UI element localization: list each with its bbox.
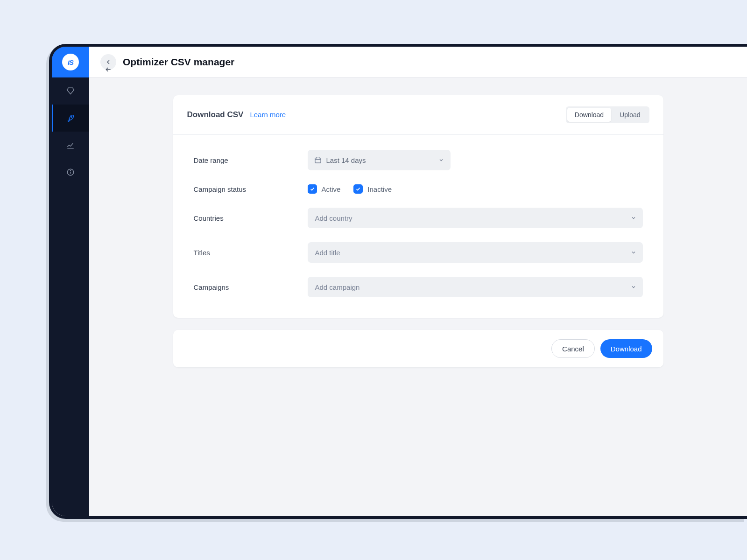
- chevron-down-icon: [438, 157, 444, 163]
- actions-card: Cancel Download: [173, 330, 663, 367]
- chevron-down-icon: [631, 215, 636, 221]
- content: Download CSV Learn more Download Upload …: [89, 77, 747, 367]
- info-icon: [66, 168, 75, 176]
- cancel-button[interactable]: Cancel: [551, 339, 595, 358]
- nav-item-analytics[interactable]: [52, 132, 89, 159]
- checkbox-inactive[interactable]: Inactive: [353, 184, 392, 194]
- filters-card: Download CSV Learn more Download Upload …: [173, 95, 663, 318]
- label-campaign-status: Campaign status: [194, 185, 308, 193]
- topbar: Optimizer CSV manager: [89, 47, 747, 77]
- label-titles: Titles: [194, 249, 308, 257]
- checkbox-inactive-label: Inactive: [367, 185, 392, 193]
- label-campaigns: Campaigns: [194, 283, 308, 291]
- titles-placeholder: Add title: [315, 249, 340, 257]
- tab-upload[interactable]: Upload: [612, 108, 648, 122]
- svg-point-0: [71, 117, 72, 118]
- countries-select[interactable]: Add country: [308, 208, 643, 228]
- campaigns-placeholder: Add campaign: [315, 283, 360, 291]
- page-title: Optimizer CSV manager: [123, 56, 234, 68]
- chart-icon: [66, 141, 75, 149]
- learn-more-link[interactable]: Learn more: [250, 111, 286, 119]
- check-icon: [353, 184, 363, 194]
- arrow-left-icon: [105, 58, 112, 66]
- card-header: Download CSV Learn more Download Upload: [173, 95, 663, 135]
- card-title: Download CSV: [187, 110, 244, 119]
- diamond-icon: [66, 87, 75, 95]
- mode-toggle: Download Upload: [566, 106, 649, 123]
- svg-point-3: [70, 170, 70, 171]
- main: Optimizer CSV manager Download CSV Learn…: [89, 47, 747, 516]
- filters-form: Date range Last 14 days Campaig: [173, 135, 663, 318]
- svg-rect-6: [315, 158, 321, 163]
- date-range-value: Last 14 days: [326, 156, 366, 164]
- sidebar: iS: [52, 47, 89, 516]
- calendar-icon: [314, 156, 322, 164]
- chevron-down-icon: [631, 250, 636, 255]
- tab-download[interactable]: Download: [567, 108, 611, 122]
- label-countries: Countries: [194, 214, 308, 222]
- logo-badge: iS: [62, 54, 79, 70]
- check-icon: [308, 184, 317, 194]
- checkbox-active-label: Active: [322, 185, 341, 193]
- nav-item-promote[interactable]: [52, 105, 89, 132]
- chevron-down-icon: [631, 284, 636, 290]
- back-button[interactable]: [100, 54, 116, 70]
- rocket-icon: [66, 114, 75, 122]
- label-date-range: Date range: [194, 156, 308, 164]
- nav-item-monetize[interactable]: [52, 77, 89, 105]
- app-frame: iS: [49, 44, 747, 519]
- countries-placeholder: Add country: [315, 214, 352, 222]
- download-button[interactable]: Download: [600, 339, 652, 358]
- titles-select[interactable]: Add title: [308, 242, 643, 263]
- checkbox-active[interactable]: Active: [308, 184, 341, 194]
- date-range-select[interactable]: Last 14 days: [308, 150, 451, 170]
- logo: iS: [52, 47, 89, 77]
- nav-item-info[interactable]: [52, 159, 89, 186]
- campaigns-select[interactable]: Add campaign: [308, 277, 643, 297]
